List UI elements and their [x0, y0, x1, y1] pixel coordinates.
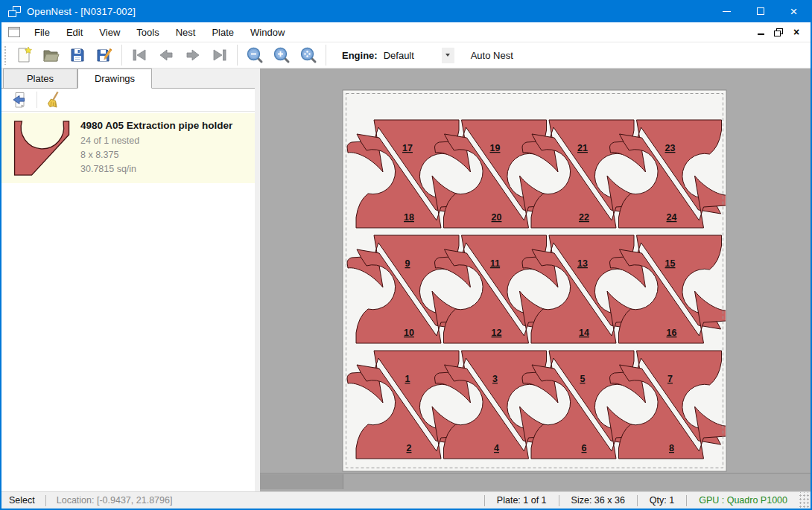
drawing-size: 8 x 8.375 — [80, 148, 232, 162]
save-as-button[interactable] — [91, 43, 118, 67]
save-icon — [69, 46, 86, 64]
drawing-area: 30.7815 sq/in — [80, 162, 232, 176]
part-number: 21 — [577, 143, 588, 153]
part-number: 6 — [582, 443, 587, 453]
status-location: Location: [-0.9437, 21.8796] — [46, 495, 232, 506]
part-number: 10 — [404, 328, 414, 338]
window-title: OpenNest - [N0317-002] — [27, 6, 136, 17]
engine-select[interactable]: Default — [384, 50, 442, 61]
horizontal-scrollbar-thumb[interactable] — [260, 474, 343, 489]
menu-item-edit[interactable]: Edit — [58, 24, 91, 41]
zoom-fit-button[interactable] — [295, 43, 322, 67]
part-number: 13 — [577, 258, 588, 269]
mdi-restore-icon — [774, 28, 783, 36]
horizontal-scrollbar[interactable] — [260, 474, 811, 490]
tab-plates[interactable]: Plates — [3, 68, 77, 88]
toolbar-separator — [326, 45, 326, 66]
import-drawing-icon — [10, 91, 28, 109]
part-number: 4 — [494, 443, 499, 453]
zoom-out-icon — [246, 46, 264, 64]
part-thumbnail — [7, 117, 73, 179]
minimize-icon — [723, 11, 731, 12]
part-number: 12 — [492, 328, 502, 338]
part-number: 20 — [492, 212, 502, 223]
status-size: Size: 36 x 36 — [559, 495, 637, 506]
maximize-button[interactable] — [743, 0, 777, 22]
first-arrow-icon — [130, 46, 149, 64]
part-number: 2 — [407, 443, 412, 453]
next-plate-button[interactable] — [180, 43, 206, 67]
broom-icon — [45, 91, 63, 109]
part-number: 19 — [490, 143, 501, 153]
part-number: 9 — [405, 258, 410, 269]
status-gpu: GPU : Quadro P1000 — [687, 495, 799, 506]
nest-plate-view: 171819202122232491011121314151612345678 — [260, 68, 811, 491]
nest-canvas[interactable]: 171819202122232491011121314151612345678 — [260, 68, 811, 491]
drawing-nested-count: 24 of 1 nested — [80, 134, 232, 148]
drawing-list-item[interactable]: 4980 A05 Extraction pipe holder 24 of 1 … — [1, 113, 255, 183]
menu-item-tools[interactable]: Tools — [128, 24, 167, 41]
last-arrow-icon — [210, 46, 229, 64]
auto-nest-button[interactable]: Auto Nest — [466, 47, 518, 64]
next-arrow-icon — [183, 46, 203, 64]
mdi-close-icon: × — [793, 27, 799, 37]
open-folder-icon — [42, 46, 60, 64]
status-mode: Select — [1, 495, 45, 506]
part-number: 18 — [404, 212, 414, 223]
resize-grip[interactable] — [799, 492, 810, 509]
mdi-restore-button[interactable] — [772, 25, 785, 39]
first-plate-button[interactable] — [126, 43, 153, 67]
app-icon — [8, 6, 21, 17]
minimize-button[interactable] — [710, 0, 743, 22]
maximize-icon — [757, 7, 764, 15]
save-button[interactable] — [64, 43, 91, 67]
menu-item-nest[interactable]: Nest — [168, 24, 204, 41]
menu-items: FileEditViewToolsNestPlateWindow — [26, 24, 293, 41]
drawing-title: 4980 A05 Extraction pipe holder — [80, 120, 232, 131]
previous-plate-button[interactable] — [153, 43, 180, 67]
save-as-icon — [95, 46, 113, 64]
panel-splitter[interactable] — [255, 68, 260, 491]
drawings-toolbar — [1, 89, 255, 112]
clear-drawings-button[interactable] — [42, 90, 66, 110]
part-number: 14 — [579, 328, 589, 338]
toolbar-separator — [237, 45, 238, 66]
left-panel: Plates Drawings — [1, 68, 255, 491]
menu-item-file[interactable]: File — [26, 24, 58, 41]
mdi-close-button[interactable]: × — [790, 25, 803, 39]
zoom-out-button[interactable] — [241, 43, 268, 67]
part-number: 17 — [402, 143, 413, 153]
import-drawing-button[interactable] — [7, 90, 31, 110]
new-drawing-button[interactable] — [10, 43, 37, 67]
open-button[interactable] — [37, 43, 64, 67]
menu-item-view[interactable]: View — [91, 24, 128, 41]
part-number: 16 — [667, 328, 677, 338]
mdi-minimize-button[interactable] — [754, 25, 767, 39]
zoom-in-button[interactable] — [268, 43, 295, 67]
app-window: OpenNest - [N0317-002] × FileEditViewToo… — [0, 0, 812, 510]
part-number: 8 — [669, 443, 674, 453]
zoom-in-icon — [273, 46, 291, 64]
menu-item-window[interactable]: Window — [242, 24, 293, 41]
titlebar: OpenNest - [N0317-002] × — [1, 0, 811, 22]
part-number: 3 — [492, 374, 498, 384]
part-number: 23 — [665, 143, 676, 153]
panel-toolbar-separator — [37, 92, 37, 108]
status-plate: Plate: 1 of 1 — [485, 495, 559, 506]
panel-tabs: Plates Drawings — [1, 68, 255, 89]
zoom-fit-icon — [299, 46, 317, 64]
part-number: 22 — [579, 212, 589, 223]
close-button[interactable]: × — [777, 0, 811, 22]
tab-drawings[interactable]: Drawings — [77, 68, 152, 89]
status-qty: Qty: 1 — [638, 495, 686, 506]
mdi-document-icon[interactable] — [8, 27, 20, 37]
last-plate-button[interactable] — [206, 43, 233, 67]
main-toolbar: Engine: Default Auto Nest — [1, 42, 811, 68]
part-number: 24 — [667, 212, 677, 223]
statusbar: Select Location: [-0.9437, 21.8796] Plat… — [1, 491, 811, 509]
menu-item-plate[interactable]: Plate — [203, 24, 242, 41]
toolbar-grip[interactable] — [4, 45, 7, 65]
part-number: 15 — [665, 258, 676, 269]
drawings-list: 4980 A05 Extraction pipe holder 24 of 1 … — [1, 112, 255, 491]
engine-dropdown-button[interactable] — [442, 48, 454, 63]
